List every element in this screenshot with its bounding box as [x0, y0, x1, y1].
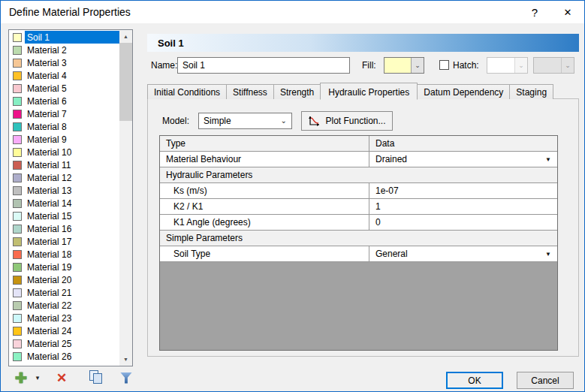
name-row: Name: Fill: ⌄ Hatch: ⌄ ⌄ — [147, 56, 579, 76]
material-list-item[interactable]: Material 14 — [9, 197, 119, 210]
material-list-item[interactable]: Material 5 — [9, 82, 119, 95]
material-name-label: Material 2 — [25, 44, 119, 56]
material-list-item[interactable]: Soil 1 — [9, 31, 119, 44]
material-name-label: Material 25 — [25, 337, 119, 350]
property-value[interactable]: 0 — [369, 215, 557, 230]
copy-material-button[interactable] — [86, 368, 107, 387]
tab-initial-conditions[interactable]: Initial Conditions — [147, 84, 227, 99]
material-name-label: Material 17 — [25, 235, 119, 248]
add-material-button[interactable]: ✚ — [11, 368, 31, 387]
material-color-swatch — [13, 212, 22, 221]
add-material-dropdown[interactable]: ▾ — [32, 368, 43, 387]
chevron-down-icon[interactable]: ⌄ — [411, 58, 424, 73]
tab-hydraulic-properties[interactable]: Hydraulic Properties — [320, 83, 418, 100]
material-color-swatch — [13, 301, 22, 310]
property-label: Soil Type — [160, 246, 369, 261]
material-color-swatch — [13, 46, 22, 55]
material-list-item[interactable]: Material 11 — [9, 158, 119, 171]
filter-material-button[interactable] — [116, 368, 136, 387]
material-color-swatch — [13, 250, 22, 259]
table-row: K2 / K11 — [160, 199, 557, 215]
section-label: Hydraulic Parameters — [160, 167, 557, 182]
material-color-swatch — [13, 71, 22, 80]
material-name-label: Material 18 — [25, 248, 119, 261]
tab-datum-dependency[interactable]: Datum Dependency — [417, 84, 510, 99]
model-value: Simple — [204, 116, 231, 126]
dropdown-arrow-icon[interactable]: ▼ — [545, 156, 551, 163]
material-list-item[interactable]: Material 26 — [9, 350, 119, 363]
material-list-item[interactable]: Material 22 — [9, 299, 119, 312]
property-label: K1 Angle (degrees) — [160, 215, 369, 230]
material-name-label: Material 21 — [25, 286, 119, 299]
material-list-item[interactable]: Material 2 — [9, 44, 119, 56]
delete-icon: ✕ — [56, 370, 67, 386]
material-list-item[interactable]: Material 3 — [9, 56, 119, 69]
property-tabs: Initial ConditionsStiffnessStrengthHydra… — [147, 82, 553, 99]
tab-staging[interactable]: Staging — [509, 84, 553, 99]
chevron-down-icon: ▾ — [36, 374, 40, 381]
model-combobox[interactable]: Simple ⌄ — [198, 113, 292, 129]
material-name-label: Material 11 — [25, 158, 119, 171]
name-input[interactable] — [177, 57, 350, 74]
scroll-down-icon[interactable]: ▼ — [119, 353, 132, 366]
material-list-item[interactable]: Material 8 — [9, 120, 119, 133]
cancel-button[interactable]: Cancel — [517, 372, 574, 389]
material-color-swatch — [13, 148, 22, 157]
material-list-item[interactable]: Material 9 — [9, 133, 119, 146]
tab-stiffness[interactable]: Stiffness — [226, 84, 274, 99]
material-color-swatch — [13, 161, 22, 170]
table-row: Ks (m/s)1e-07 — [160, 183, 557, 199]
material-color-swatch — [13, 97, 22, 106]
property-value[interactable]: General▼ — [369, 246, 557, 261]
ok-button[interactable]: OK — [446, 372, 503, 389]
material-header-band: Soil 1 — [147, 34, 579, 52]
column-header-type: Type — [160, 136, 369, 151]
material-name-label: Material 23 — [25, 312, 119, 324]
table-row: Material BehaviourDrained▼ — [160, 152, 557, 167]
material-color-swatch — [13, 84, 22, 93]
material-list-item[interactable]: Material 4 — [9, 69, 119, 82]
material-list-item[interactable]: Material 12 — [9, 171, 119, 184]
material-list-item[interactable]: Material 15 — [9, 210, 119, 222]
material-color-swatch — [13, 339, 22, 348]
plot-function-button[interactable]: Plot Function... — [301, 111, 393, 131]
material-list-item[interactable]: Material 13 — [9, 184, 119, 197]
close-button[interactable]: ✕ — [551, 1, 584, 23]
material-color-swatch — [13, 135, 22, 144]
material-list-item[interactable]: Material 24 — [9, 324, 119, 337]
table-header-row: Type Data — [160, 136, 557, 152]
scroll-up-icon[interactable]: ▲ — [119, 30, 132, 43]
material-list-item[interactable]: Material 16 — [9, 222, 119, 235]
tab-strength[interactable]: Strength — [273, 84, 321, 99]
material-name-label: Material 14 — [25, 197, 119, 210]
property-value[interactable]: Drained▼ — [369, 152, 557, 167]
table-section-row: Hydraulic Parameters — [160, 167, 557, 183]
material-list-item[interactable]: Material 10 — [9, 146, 119, 158]
property-value[interactable]: 1 — [369, 199, 557, 214]
material-list-item[interactable]: Material 23 — [9, 312, 119, 324]
material-name-label: Material 12 — [25, 171, 119, 184]
material-list-item[interactable]: Material 25 — [9, 337, 119, 350]
material-list-item[interactable]: Material 7 — [9, 107, 119, 120]
material-color-swatch — [13, 263, 22, 272]
copy-icon — [93, 373, 102, 384]
material-list-item[interactable]: Material 18 — [9, 248, 119, 261]
material-name-label: Material 15 — [25, 210, 119, 222]
material-list-item[interactable]: Material 19 — [9, 261, 119, 273]
material-list-item[interactable]: Material 6 — [9, 95, 119, 107]
fill-color-combobox[interactable]: ⌄ — [384, 57, 424, 74]
material-list-item[interactable]: Material 21 — [9, 286, 119, 299]
material-list-item[interactable]: Material 20 — [9, 273, 119, 286]
name-label: Name: — [151, 60, 177, 71]
scrollbar-thumb[interactable] — [119, 43, 132, 121]
ok-button-label: OK — [468, 375, 481, 386]
delete-material-button[interactable]: ✕ — [52, 368, 71, 387]
dropdown-arrow-icon[interactable]: ▼ — [545, 251, 551, 258]
material-list-item[interactable]: Material 17 — [9, 235, 119, 248]
hatch-pattern-combobox: ⌄ — [487, 57, 528, 74]
hatch-checkbox[interactable] — [439, 60, 449, 70]
help-button[interactable]: ? — [518, 1, 551, 23]
material-name-label: Material 10 — [25, 146, 119, 158]
material-list-scrollbar[interactable]: ▲ ▼ — [119, 30, 132, 366]
property-value[interactable]: 1e-07 — [369, 183, 557, 198]
